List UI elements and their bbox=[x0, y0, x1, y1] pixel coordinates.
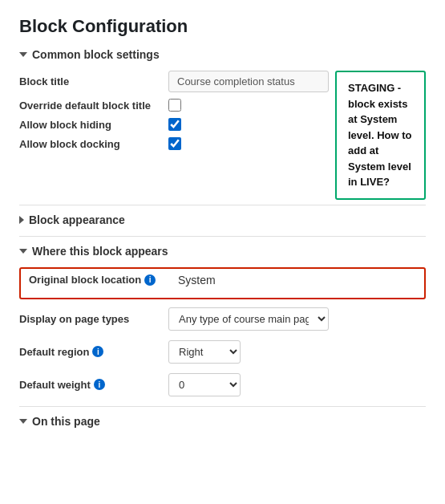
block-title-input[interactable] bbox=[168, 71, 329, 92]
original-location-highlighted: Original block location i System bbox=[19, 267, 426, 299]
override-default-row: Override default block title bbox=[19, 99, 329, 112]
common-block-settings-header[interactable]: Common block settings bbox=[19, 48, 426, 61]
default-weight-info-icon[interactable]: i bbox=[94, 379, 105, 390]
original-location-label: Original block location bbox=[29, 274, 141, 286]
default-region-row: Default region i Right Left Content bbox=[19, 340, 426, 364]
display-page-types-row: Display on page types Any type of course… bbox=[19, 307, 426, 331]
display-page-types-select[interactable]: Any type of course main page Course page… bbox=[168, 307, 329, 331]
default-region-info-icon[interactable]: i bbox=[92, 346, 103, 357]
divider-3 bbox=[19, 406, 426, 407]
default-weight-row: Default weight i 0 1 -1 2 bbox=[19, 373, 426, 396]
override-default-label: Override default block title bbox=[19, 100, 164, 112]
page-title: Block Configuration bbox=[19, 16, 426, 37]
original-location-value: System bbox=[178, 274, 216, 287]
allow-docking-row: Allow block docking bbox=[19, 137, 329, 150]
collapse-icon-2 bbox=[19, 249, 27, 254]
collapse-icon bbox=[19, 52, 27, 57]
where-block-appears-section: Where this block appears Original block … bbox=[19, 245, 426, 396]
allow-hiding-label: Allow block hiding bbox=[19, 119, 164, 131]
block-appearance-label: Block appearance bbox=[29, 213, 125, 226]
block-appearance-section: Block appearance bbox=[19, 213, 426, 226]
allow-docking-label: Allow block docking bbox=[19, 138, 164, 150]
original-location-row: Original block location i System bbox=[29, 274, 416, 287]
display-page-types-label: Display on page types bbox=[19, 313, 164, 325]
block-title-row: Block title bbox=[19, 71, 329, 92]
allow-hiding-checkbox[interactable] bbox=[168, 118, 181, 131]
where-block-appears-label: Where this block appears bbox=[32, 245, 168, 258]
on-this-page-label: On this page bbox=[32, 415, 100, 428]
block-appearance-header[interactable]: Block appearance bbox=[19, 213, 426, 226]
common-block-settings-section: Common block settings Block title Overri… bbox=[19, 48, 426, 200]
override-default-checkbox[interactable] bbox=[168, 99, 181, 112]
block-title-label: Block title bbox=[19, 75, 164, 87]
allow-hiding-row: Allow block hiding bbox=[19, 118, 329, 131]
default-weight-select[interactable]: 0 1 -1 2 bbox=[168, 373, 241, 396]
expand-icon bbox=[19, 216, 24, 224]
original-location-info-icon[interactable]: i bbox=[144, 274, 156, 286]
common-block-settings-label: Common block settings bbox=[32, 48, 160, 61]
where-block-appears-header[interactable]: Where this block appears bbox=[19, 245, 426, 258]
default-region-label: Default region bbox=[19, 346, 89, 358]
default-region-select[interactable]: Right Left Content bbox=[168, 340, 241, 364]
on-this-page-header[interactable]: On this page bbox=[19, 415, 426, 428]
divider-2 bbox=[19, 236, 426, 237]
on-this-page-section: On this page bbox=[19, 415, 426, 428]
allow-docking-checkbox[interactable] bbox=[168, 137, 181, 150]
collapse-icon-3 bbox=[19, 419, 27, 424]
default-weight-label: Default weight bbox=[19, 379, 91, 391]
staging-note: STAGING - block exists at System level. … bbox=[335, 71, 426, 200]
divider-1 bbox=[19, 205, 426, 205]
